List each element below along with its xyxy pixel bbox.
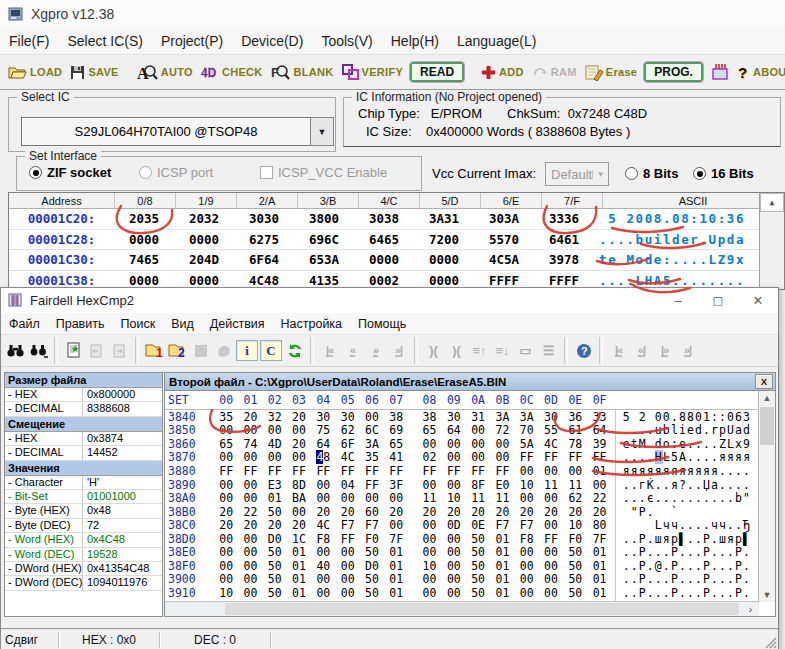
byte-cell[interactable]: 11 xyxy=(490,491,514,505)
stop-square-icon[interactable] xyxy=(189,339,212,362)
bits8-circle[interactable] xyxy=(625,167,638,180)
byte-cell[interactable]: 00 xyxy=(490,437,514,451)
byte-cell[interactable]: 00 xyxy=(335,559,359,573)
hex-row-3860[interactable]: 386065744D20646F3A65000000005A4C7839etM … xyxy=(165,437,775,451)
ascii-cell[interactable]: ..P.@.Р...P...P. xyxy=(615,559,775,573)
open-file1-icon[interactable]: 1 xyxy=(143,339,166,362)
byte-cell[interactable]: 00 xyxy=(417,545,441,559)
byte-cell[interactable]: 00 xyxy=(238,423,262,437)
byte-cell[interactable]: 00 xyxy=(442,545,466,559)
toolbar-load-button[interactable]: LOAD xyxy=(4,63,66,82)
byte-cell[interactable]: FF xyxy=(563,450,587,464)
byte-cell[interactable]: 00 xyxy=(214,423,238,437)
list-icon[interactable]: ☰ xyxy=(537,339,560,362)
byte-cell[interactable]: 75 xyxy=(311,423,335,437)
byte-cell[interactable]: 20 xyxy=(417,505,441,519)
toolbar-about-button[interactable]: ?ABOUT xyxy=(734,63,785,82)
byte-cell[interactable]: 00 xyxy=(238,545,262,559)
byte-cell[interactable]: FF xyxy=(335,464,359,478)
byte-cell[interactable]: 4C xyxy=(539,437,563,451)
hexcmp-menu-настройка[interactable]: Настройка xyxy=(273,315,351,333)
byte-cell[interactable]: 30 xyxy=(539,410,563,424)
byte-cell[interactable]: 62 xyxy=(563,491,587,505)
byte-cell[interactable]: 00 xyxy=(214,545,238,559)
byte-cell[interactable]: 00 xyxy=(214,491,238,505)
byte-cell[interactable]: 01 xyxy=(490,545,514,559)
byte-cell[interactable]: 4C xyxy=(335,450,359,464)
zif-radio-circle[interactable] xyxy=(29,166,42,179)
hex-row-38e0[interactable]: 38E000005001000050010000500100005001..P.… xyxy=(165,545,775,559)
next-diff-icon[interactable]: » xyxy=(364,339,387,362)
ascii-cell[interactable]: etM do:e....ZLx9 xyxy=(615,437,775,451)
hex-row-3890[interactable]: 38900000E38D0004FF3F00008FE010111100..гЌ… xyxy=(165,478,775,492)
toolbar-blank-button[interactable]: FBLANK xyxy=(267,62,338,82)
byte-cell[interactable]: 50 xyxy=(263,545,287,559)
byte-cell[interactable]: 33 xyxy=(587,410,611,424)
byte-cell[interactable]: 00 xyxy=(539,586,563,600)
prev-diff-icon[interactable]: « xyxy=(341,339,364,362)
find-next-icon[interactable] xyxy=(27,339,50,362)
ascii-cell[interactable]: 5 2 00.8801::063 xyxy=(615,410,775,424)
byte-cell[interactable]: 72 xyxy=(490,423,514,437)
byte-cell[interactable]: 00 xyxy=(335,572,359,586)
byte-cell[interactable]: 38 xyxy=(384,410,408,424)
byte-cell[interactable]: 20 xyxy=(287,437,311,451)
compare-toggle-icon[interactable]: C xyxy=(260,340,282,361)
ascii-cell[interactable]: ..P...P...P...P. xyxy=(615,545,775,559)
byte-cell[interactable]: 20 xyxy=(311,505,335,519)
align-up-icon[interactable]: ≡↑ xyxy=(468,339,491,362)
refresh-icon[interactable] xyxy=(283,339,306,362)
byte-cell[interactable]: 00 xyxy=(515,491,539,505)
byte-cell[interactable]: 04 xyxy=(335,478,359,492)
toolbar-save-button[interactable]: SAVE xyxy=(66,63,122,82)
last-byte-icon[interactable]: »| xyxy=(676,339,699,362)
byte-cell[interactable]: 20 xyxy=(539,505,563,519)
byte-cell[interactable]: 00 xyxy=(287,505,311,519)
byte-cell[interactable]: 11 xyxy=(539,478,563,492)
hexcmp-menu-действия[interactable]: Действия xyxy=(202,315,273,333)
byte-cell[interactable]: FF xyxy=(335,532,359,546)
prev-byte-icon[interactable]: «| xyxy=(630,339,653,362)
byte-cell[interactable]: FF xyxy=(238,464,262,478)
byte-cell[interactable]: 50 xyxy=(360,545,384,559)
byte-cell[interactable]: 20 xyxy=(263,518,287,532)
ascii-cell[interactable]: яяяяяяяяяяяя.... xyxy=(615,464,775,478)
byte-cell[interactable]: 64 xyxy=(587,423,611,437)
ascii-cell[interactable]: ..гЌ..я?..Џа.... xyxy=(615,478,775,492)
byte-cell[interactable]: 35 xyxy=(214,410,238,424)
byte-cell[interactable]: 00 xyxy=(515,545,539,559)
open-file2-icon[interactable]: 2 xyxy=(166,339,189,362)
byte-cell[interactable]: 3A xyxy=(515,410,539,424)
byte-cell[interactable]: 4D xyxy=(263,437,287,451)
byte-cell[interactable]: 50 xyxy=(563,586,587,600)
maximize-button[interactable]: ◻ xyxy=(698,288,738,313)
byte-cell[interactable]: 50 xyxy=(360,586,384,600)
byte-cell[interactable]: 00 xyxy=(417,518,441,532)
vcc-imax-select[interactable]: Default ▼ xyxy=(545,162,609,186)
byte-cell[interactable]: 01 xyxy=(263,491,287,505)
byte-cell[interactable]: 1C xyxy=(287,532,311,546)
byte-cell[interactable]: 50 xyxy=(466,586,490,600)
byte-cell[interactable]: 20 xyxy=(214,505,238,519)
bits16-circle[interactable] xyxy=(693,167,706,180)
byte-cell[interactable]: 50 xyxy=(263,572,287,586)
byte-cell[interactable]: 10 xyxy=(442,491,466,505)
hex-row-38c0[interactable]: 38C0202020204CF7F700000D0EF7F7001080 Lчч… xyxy=(165,518,775,532)
ascii-cell[interactable]: ....ublied.rpUad xyxy=(615,423,775,437)
info-toggle-icon[interactable]: i xyxy=(236,340,258,361)
toolbar-add-button[interactable]: ADD xyxy=(477,63,528,82)
byte-cell[interactable]: 60 xyxy=(360,505,384,519)
byte-cell[interactable]: 40 xyxy=(311,559,335,573)
byte-cell[interactable]: 80 xyxy=(587,518,611,532)
xgpro-menu-device-d-[interactable]: Device(D) xyxy=(232,30,312,52)
byte-cell[interactable]: 65 xyxy=(384,437,408,451)
byte-cell[interactable]: 78 xyxy=(563,437,587,451)
hex-row-3870[interactable]: 387000000000484C354102000000FFFFFFFF....… xyxy=(165,451,775,465)
byte-cell[interactable]: 20 xyxy=(490,505,514,519)
byte-cell[interactable]: 00 xyxy=(263,450,287,464)
byte-cell[interactable]: F0 xyxy=(563,532,587,546)
byte-cell[interactable]: 20 xyxy=(587,505,611,519)
bits8-radio[interactable]: 8 Bits xyxy=(625,166,678,181)
hex-row-3880[interactable]: 3880FFFFFFFFFFFFFFFFFFFFFFFF00000001яяяя… xyxy=(165,464,775,478)
byte-cell[interactable]: F7 xyxy=(335,518,359,532)
